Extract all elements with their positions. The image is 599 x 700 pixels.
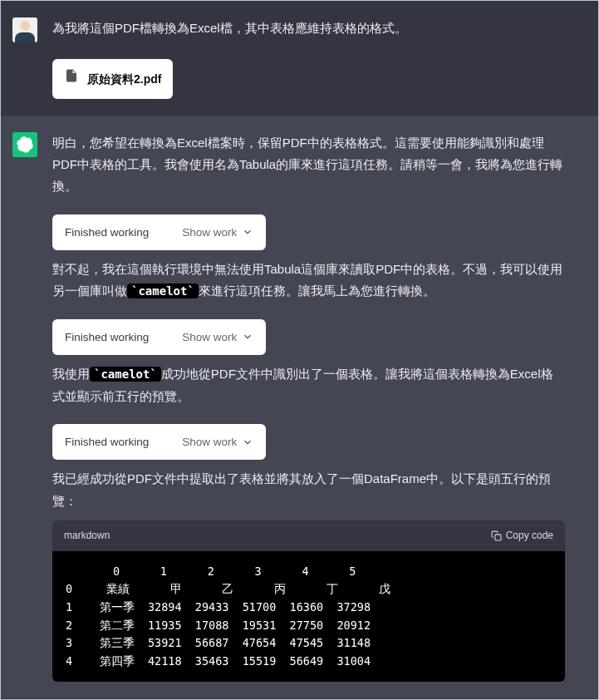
status-finished-label: Finished working <box>65 223 149 243</box>
chevron-down-icon <box>242 226 253 238</box>
file-name: 原始資料2.pdf <box>87 69 161 90</box>
file-icon <box>64 67 79 91</box>
inline-code: `camelot` <box>90 367 161 382</box>
svg-rect-0 <box>495 535 501 540</box>
show-work-button[interactable]: Show work <box>182 432 253 452</box>
assistant-para-4: 我已經成功從PDF文件中提取出了表格並將其放入了一個DataFrame中。以下是… <box>52 468 565 512</box>
user-avatar <box>12 17 37 42</box>
copy-code-button[interactable]: Copy code <box>491 527 553 545</box>
code-header: markdown Copy code <box>52 520 565 551</box>
show-work-button[interactable]: Show work <box>182 223 253 243</box>
user-text: 為我將這個PDF檔轉換為Excel檔，其中表格應維持表格的格式。 <box>52 17 565 39</box>
assistant-para-3: 我使用`camelot`成功地從PDF文件中識別出了一個表格。讓我將這個表格轉換… <box>52 363 565 407</box>
code-language-label: markdown <box>64 527 110 545</box>
inline-code: `camelot` <box>127 283 199 298</box>
status-finished-label: Finished working <box>65 432 149 452</box>
code-block: markdown Copy code 0 1 2 3 4 5 0 業績 甲 乙 … <box>52 520 565 683</box>
status-box-2[interactable]: Finished working Show work <box>52 319 266 356</box>
show-work-label: Show work <box>182 328 237 348</box>
user-content: 為我將這個PDF檔轉換為Excel檔，其中表格應維持表格的格式。 原始資料2.p… <box>52 17 565 99</box>
file-attachment[interactable]: 原始資料2.pdf <box>52 59 173 99</box>
assistant-message: 明白，您希望在轉換為Excel檔案時，保留PDF中的表格格式。這需要使用能夠識別… <box>1 116 598 699</box>
show-work-label: Show work <box>182 223 237 243</box>
assistant-para-2: 對不起，我在這個執行環境中無法使用Tabula這個庫來讀取PDF中的表格。不過，… <box>52 259 565 303</box>
chevron-down-icon <box>242 331 253 343</box>
assistant-content: 明白，您希望在轉換為Excel檔案時，保留PDF中的表格格式。這需要使用能夠識別… <box>52 132 565 683</box>
show-work-label: Show work <box>182 432 237 452</box>
code-body[interactable]: 0 1 2 3 4 5 0 業績 甲 乙 丙 丁 戊 1 第一季 32894 2… <box>52 551 565 683</box>
assistant-avatar <box>12 132 37 157</box>
assistant-para-1: 明白，您希望在轉換為Excel檔案時，保留PDF中的表格格式。這需要使用能夠識別… <box>52 132 565 198</box>
user-message: 為我將這個PDF檔轉換為Excel檔，其中表格應維持表格的格式。 原始資料2.p… <box>1 1 598 116</box>
status-box-3[interactable]: Finished working Show work <box>52 424 266 461</box>
status-finished-label: Finished working <box>65 328 149 348</box>
clipboard-icon <box>491 530 502 541</box>
show-work-button[interactable]: Show work <box>182 328 253 348</box>
status-box-1[interactable]: Finished working Show work <box>52 214 266 251</box>
copy-code-label: Copy code <box>506 527 553 545</box>
chevron-down-icon <box>242 436 253 448</box>
